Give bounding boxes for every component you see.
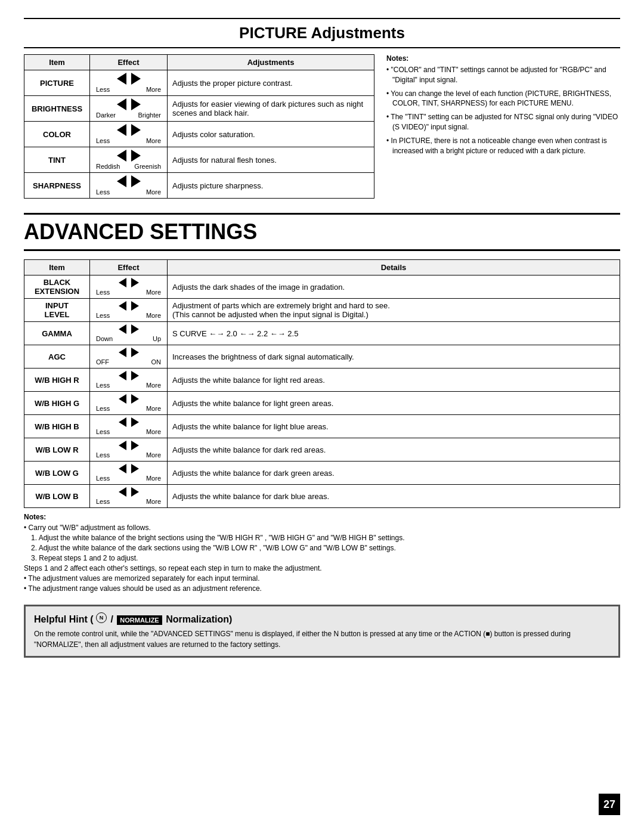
col-header-adjustments: Adjustments <box>168 55 374 70</box>
list-item: In PICTURE, there is not a noticeable ch… <box>386 136 620 156</box>
left-label: Darker <box>96 112 116 119</box>
right-label: More <box>146 312 161 319</box>
description-tint: Adjusts for natural flesh tones. <box>168 147 374 173</box>
item-wb-high-r: W/B HIGH R <box>24 368 90 392</box>
hint-content: On the remote control unit, while the "A… <box>34 628 610 650</box>
n-circle: N <box>96 612 107 623</box>
description-input-level: Adjustment of parts which are extremely … <box>168 299 620 322</box>
table-row: INPUT LEVEL Less More Adjustment of part… <box>24 299 620 322</box>
table-row: W/B LOW G Less More Adjusts the white ba… <box>24 462 620 485</box>
description-wb-high-g: Adjusts the white balance for light gree… <box>168 392 620 415</box>
adv-col-header-details: Details <box>168 260 620 275</box>
col-header-effect: Effect <box>90 55 168 70</box>
description-brightness: Adjusts for easier viewing of dark pictu… <box>168 96 374 122</box>
bottom-note-steps: Steps 1 and 2 affect each other's settin… <box>24 564 620 572</box>
description-wb-high-r: Adjusts the white balance for light red … <box>168 368 620 392</box>
advanced-settings-title: ADVANCED SETTINGS <box>24 213 620 251</box>
arrow-left-icon <box>117 175 126 187</box>
table-row: BRIGHTNESS Darker Brighter <box>24 96 374 122</box>
advanced-settings-table: Item Effect Details BLACK EXTENSION Less… <box>24 259 620 508</box>
hint-title-text: Helpful Hint ( <box>34 614 96 624</box>
picture-adjustments-table: Item Effect Adjustments PICTURE <box>24 54 374 201</box>
description-wb-low-g: Adjusts the white balance for dark green… <box>168 462 620 485</box>
hint-title-end: Normalization) <box>163 614 233 624</box>
helpful-hint-box: Helpful Hint ( N / NORMALIZE Normalizati… <box>24 605 620 658</box>
item-picture: PICTURE <box>24 70 90 96</box>
arrow-right-icon <box>131 324 139 334</box>
arrow-right-icon <box>131 441 139 450</box>
arrow-left-icon <box>119 487 126 497</box>
left-label: Less <box>96 382 110 389</box>
description-wb-low-r: Adjusts the white balance for dark red a… <box>168 438 620 462</box>
item-wb-low-g: W/B LOW G <box>24 462 90 485</box>
adv-col-header-item: Item <box>24 260 90 275</box>
arrow-right-icon <box>131 394 139 404</box>
col-header-item: Item <box>24 55 90 70</box>
right-label: More <box>146 475 161 482</box>
right-label: More <box>146 451 161 459</box>
item-black-extension: BLACK EXTENSION <box>24 275 90 299</box>
page-number: 27 <box>599 794 620 815</box>
right-label: More <box>146 382 161 389</box>
effect-black-extension: Less More <box>90 275 168 299</box>
left-label: Less <box>96 188 110 196</box>
table-row: SHARPNESS Less More <box>24 173 374 199</box>
bottom-notes-title: Notes: <box>24 513 620 521</box>
item-wb-high-b: W/B HIGH B <box>24 415 90 438</box>
left-label: OFF <box>96 358 109 366</box>
bottom-notes: Notes: Carry out "W/B" adjustment as fol… <box>24 513 620 593</box>
right-label: More <box>146 428 161 435</box>
arrow-left-icon <box>119 417 126 427</box>
description-wb-high-b: Adjusts the white balance for light blue… <box>168 415 620 438</box>
right-label: More <box>146 86 161 93</box>
arrow-right-icon <box>131 301 139 311</box>
description-wb-low-b: Adjusts the white balance for dark blue … <box>168 485 620 508</box>
effect-wb-low-b: Less More <box>90 485 168 508</box>
left-label: Reddish <box>96 163 120 170</box>
item-wb-low-r: W/B LOW R <box>24 438 90 462</box>
arrow-right-icon <box>131 150 141 162</box>
arrow-left-icon <box>119 324 126 334</box>
table-row: GAMMA Down Up S CURVE ←→ 2.0 ←→ 2.2 ←→ 2… <box>24 322 620 345</box>
right-label: Greenish <box>134 163 161 170</box>
bottom-note-1: Carry out "W/B" adjustment as follows. <box>24 524 620 532</box>
left-label: Less <box>96 289 110 296</box>
left-label: Less <box>96 498 110 505</box>
table-row: W/B LOW R Less More Adjusts the white ba… <box>24 438 620 462</box>
bottom-note-step3: 3. Repeat steps 1 and 2 to adjust. <box>24 554 620 562</box>
item-input-level: INPUT LEVEL <box>24 299 90 322</box>
arrow-right-icon <box>131 175 141 187</box>
item-agc: AGC <box>24 345 90 368</box>
table-row: PICTURE Less More <box>24 70 374 96</box>
left-label: Down <box>96 335 113 342</box>
right-label: More <box>146 498 161 505</box>
effect-color: Less More <box>90 122 168 147</box>
arrow-left-icon <box>119 278 126 287</box>
table-row: BLACK EXTENSION Less More Adjusts the da… <box>24 275 620 299</box>
description-sharpness: Adjusts picture sharpness. <box>168 173 374 199</box>
left-label: Less <box>96 405 110 412</box>
left-label: Less <box>96 451 110 459</box>
bottom-note-step2: 2. Adjust the white balance of the dark … <box>24 544 620 552</box>
notes-title: Notes: <box>386 54 620 63</box>
table-row: W/B HIGH R Less More Adjusts the white b… <box>24 368 620 392</box>
effect-gamma: Down Up <box>90 322 168 345</box>
arrow-left-icon <box>119 441 126 450</box>
effect-sharpness: Less More <box>90 173 168 199</box>
arrow-right-icon <box>131 73 141 85</box>
item-wb-high-g: W/B HIGH G <box>24 392 90 415</box>
arrow-right-icon <box>131 464 139 473</box>
hint-title-mid: / <box>108 614 116 624</box>
left-label: Less <box>96 137 110 144</box>
left-label: Less <box>96 475 110 482</box>
effect-picture: Less More <box>90 70 168 96</box>
right-label: More <box>146 405 161 412</box>
arrow-left-icon <box>119 371 126 380</box>
effect-wb-low-g: Less More <box>90 462 168 485</box>
item-gamma: GAMMA <box>24 322 90 345</box>
effect-tint: Reddish Greenish <box>90 147 168 173</box>
effect-input-level: Less More <box>90 299 168 322</box>
left-label: Less <box>96 428 110 435</box>
arrow-left-icon <box>119 464 126 473</box>
arrow-left-icon <box>117 150 126 162</box>
